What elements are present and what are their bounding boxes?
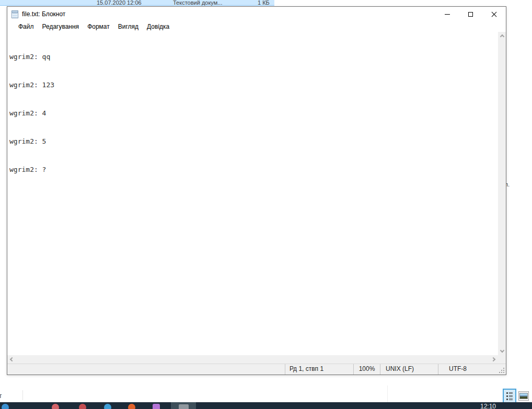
scroll-down-button[interactable] [498, 347, 506, 355]
background-text-fragment-bottom-left: т [0, 392, 2, 400]
status-cursor-position: Рд 1, ствп 1 [285, 364, 353, 375]
window-title: file.txt: Блокнот [22, 10, 65, 18]
taskbar-app-icon[interactable] [104, 404, 111, 409]
explorer-column-separator [387, 385, 388, 402]
explorer-selected-file-row[interactable]: 15.07.2020 12:06 Текстовий докум... 1 КБ [0, 0, 274, 6]
notepad-window: file.txt: Блокнот Файл Редагування Форма… [7, 6, 506, 375]
horizontal-scrollbar[interactable] [7, 355, 498, 364]
taskbar-app-icon[interactable] [79, 404, 86, 409]
thumbnails-view-button[interactable] [518, 391, 529, 401]
minimize-button[interactable] [435, 7, 459, 21]
maximize-button[interactable] [459, 7, 482, 21]
vertical-scrollbar[interactable] [498, 32, 506, 355]
resize-grip[interactable] [499, 368, 504, 373]
explorer-view-switcher [503, 389, 529, 403]
scrollbar-corner [498, 355, 506, 364]
taskbar-app-icon[interactable] [153, 404, 160, 409]
taskbar-app-icon[interactable] [2, 404, 9, 409]
scroll-up-button[interactable] [498, 32, 506, 40]
maximize-icon [468, 12, 473, 17]
text-line: wgrim2: ? [9, 165, 498, 174]
thumbnails-view-icon [519, 393, 528, 399]
close-icon [491, 11, 497, 17]
scroll-right-button[interactable] [490, 355, 498, 364]
taskbar-active-app-button[interactable] [171, 402, 196, 409]
text-line: wgrim2: 4 [9, 109, 498, 118]
menu-view[interactable]: Вигляд [114, 22, 143, 31]
notepad-text-area[interactable]: wgrim2: qq wgrim2: 123 wgrim2: 4 wgrim2:… [7, 32, 498, 355]
taskbar-clock[interactable]: 12:10 [480, 403, 496, 409]
file-size: 1 КБ [258, 0, 270, 6]
text-line: wgrim2: 123 [9, 80, 498, 90]
chevron-left-icon [10, 357, 14, 361]
taskbar: 12:10 [0, 402, 532, 409]
status-zoom-level: 100% [353, 364, 380, 375]
text-line: wgrim2: 5 [9, 137, 498, 146]
menu-help[interactable]: Довідка [143, 22, 174, 31]
details-view-button[interactable] [503, 389, 516, 403]
notepad-app-icon [11, 10, 18, 18]
notepad-titlebar[interactable]: file.txt: Блокнот [7, 7, 506, 21]
window-controls [435, 7, 506, 21]
text-line: wgrim2: qq [9, 52, 498, 62]
menu-file[interactable]: Файл [14, 22, 38, 31]
status-line-ending: UNIX (LF) [380, 364, 438, 375]
menu-edit[interactable]: Редагування [38, 22, 84, 31]
menu-format[interactable]: Формат [83, 22, 114, 31]
chevron-down-icon [500, 348, 504, 353]
chevron-up-icon [500, 34, 504, 39]
taskbar-app-icon[interactable] [52, 404, 59, 409]
active-app-icon [179, 404, 189, 409]
file-date-modified: 15.07.2020 12:06 [97, 0, 142, 6]
file-type: Текстовий докум... [173, 0, 222, 6]
close-button[interactable] [482, 7, 506, 21]
chevron-right-icon [491, 357, 495, 361]
notepad-statusbar: Рд 1, ствп 1 100% UNIX (LF) UTF-8 [7, 364, 506, 375]
details-view-icon [506, 391, 513, 401]
scroll-left-button[interactable] [7, 355, 16, 364]
status-encoding: UTF-8 [438, 364, 506, 375]
taskbar-app-icon[interactable] [128, 404, 135, 409]
notepad-menubar: Файл Редагування Формат Вигляд Довідка [7, 21, 506, 32]
explorer-column-separator [22, 390, 23, 400]
minimize-icon [445, 14, 450, 15]
